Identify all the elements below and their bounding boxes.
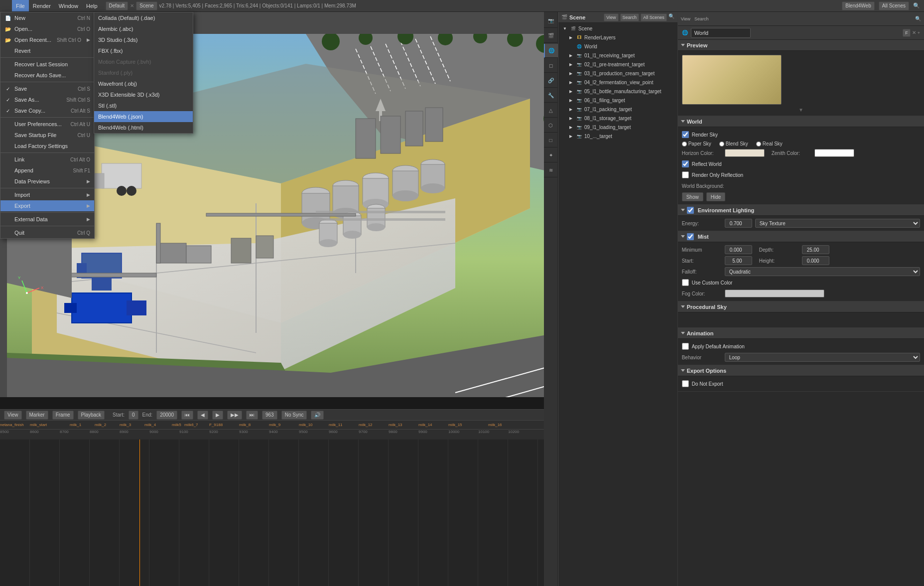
world-x-btn[interactable]: ✕	[912, 30, 916, 35]
tab-scene[interactable]: 🎬	[544, 29, 558, 43]
tab-object[interactable]: ◻	[544, 59, 558, 73]
tab-world[interactable]: 🌐	[544, 44, 558, 58]
tree-obj-2[interactable]: ▶ 📷 02_l1_pre-treatment_target	[559, 60, 676, 69]
menu-item-help[interactable]: Help	[82, 0, 102, 11]
render-sky-checkbox[interactable]	[682, 131, 689, 138]
file-menu-user-prefs[interactable]: User Preferences... Ctrl Alt U	[0, 119, 94, 130]
world-f-btn[interactable]: F	[903, 29, 911, 37]
prev-frame-btn[interactable]: ◀	[197, 411, 208, 420]
sync-selector[interactable]: No Sync	[281, 411, 307, 420]
export-alembic[interactable]: Alembic (.abc)	[94, 23, 193, 34]
tab-material[interactable]: ⬡	[544, 119, 558, 133]
go-end-btn[interactable]: ⏭	[246, 411, 258, 420]
scene-search-btn[interactable]: Search	[620, 13, 640, 21]
tab-constraints[interactable]: 🔗	[544, 74, 558, 88]
file-menu-save[interactable]: ✓ Save Ctrl S	[0, 83, 94, 94]
timeline-marker-btn[interactable]: Marker	[26, 411, 48, 420]
export-3ds[interactable]: 3D Studio (.3ds)	[94, 34, 193, 45]
timeline-tracks[interactable]	[0, 440, 558, 586]
file-menu-recover-auto[interactable]: Recover Auto Save...	[0, 70, 94, 81]
do-not-export-checkbox[interactable]	[682, 380, 689, 387]
apply-default-anim-checkbox[interactable]	[682, 343, 689, 350]
use-custom-color-checkbox[interactable]	[682, 279, 689, 286]
mist-height-input[interactable]	[802, 256, 829, 265]
go-start-btn[interactable]: ⏮	[181, 411, 193, 420]
world-name-input[interactable]	[691, 28, 751, 38]
file-menu-import[interactable]: Import ▶	[0, 189, 94, 200]
file-menu-open[interactable]: 📂 Open... Ctrl O	[0, 23, 94, 34]
world-add-btn[interactable]: +	[918, 30, 920, 35]
animation-header[interactable]: Animation	[678, 328, 924, 339]
env-lighting-header[interactable]: Environment Lighting	[678, 205, 924, 216]
tree-obj-5[interactable]: ▶ 📷 05_l1_bottle_manufacturing_target	[559, 87, 676, 96]
file-menu-new[interactable]: 📄 New Ctrl N	[0, 12, 94, 23]
export-obj[interactable]: Wavefront (.obj)	[94, 78, 193, 89]
mist-header[interactable]: Mist	[678, 231, 924, 242]
env-lighting-checkbox[interactable]	[687, 207, 694, 214]
world-show-btn[interactable]: Show	[682, 192, 703, 201]
scene-view-btn[interactable]: View	[604, 13, 618, 21]
world-hide-btn[interactable]: Hide	[706, 192, 726, 201]
timeline-playback-btn[interactable]: Playback	[78, 411, 105, 420]
behavior-dropdown[interactable]: Loop	[725, 353, 920, 362]
mist-depth-input[interactable]	[802, 245, 829, 254]
zenith-color-swatch[interactable]	[814, 149, 854, 157]
search-icon-scene[interactable]: 🔍	[668, 13, 674, 21]
tree-obj-8[interactable]: ▶ 📷 08_l1_storage_target	[559, 114, 676, 123]
tree-renderlayers[interactable]: ▶ 🎞 RenderLayers	[559, 33, 676, 42]
export-collada[interactable]: Collada (Default) (.dae)	[94, 12, 193, 23]
file-menu-data-previews[interactable]: Data Previews ▶	[0, 176, 94, 187]
timeline-view-btn[interactable]: View	[4, 411, 22, 420]
real-sky-radio[interactable]: Real Sky	[756, 141, 783, 146]
file-menu-append[interactable]: Append Shift F1	[0, 165, 94, 176]
scenes-selector[interactable]: All Scenes	[879, 1, 909, 10]
tree-obj-3[interactable]: ▶ 📷 03_l1_production_cream_target	[559, 69, 676, 78]
tree-obj-6[interactable]: ▶ 📷 06_l1_filing_target	[559, 96, 676, 105]
search-icon-props[interactable]: 🔍	[915, 16, 921, 21]
world-section-header[interactable]: World	[678, 116, 924, 127]
file-menu-save-startup[interactable]: Save Startup File Ctrl U	[0, 130, 94, 141]
export-x3d[interactable]: X3D Extensible 3D (.x3d)	[94, 89, 193, 100]
export-b4w-json[interactable]: Blend4Web (.json)	[94, 111, 193, 122]
mist-checkbox[interactable]	[687, 233, 694, 240]
mist-falloff-dropdown[interactable]: Quadratic	[725, 267, 920, 276]
start-frame-input[interactable]: 0	[129, 411, 138, 420]
export-fbx[interactable]: FBX (.fbx)	[94, 45, 193, 56]
export-stl[interactable]: Stl (.stl)	[94, 100, 193, 111]
tab-physics[interactable]: ≋	[544, 163, 558, 177]
menu-item-file[interactable]: File	[12, 0, 29, 11]
play-btn[interactable]: ▶	[212, 411, 223, 420]
file-menu-open-recent[interactable]: 📂 Open Recent... Shift Ctrl O ▶	[0, 34, 94, 45]
tree-world[interactable]: 🌐 World	[559, 42, 676, 51]
energy-input[interactable]	[725, 219, 752, 228]
tab-modifier[interactable]: 🔧	[544, 89, 558, 103]
next-frame-btn[interactable]: ▶▶	[227, 411, 242, 420]
horizon-color-swatch[interactable]	[725, 149, 765, 157]
reflect-world-checkbox[interactable]	[682, 160, 689, 167]
tree-obj-1[interactable]: ▶ 📷 01_l1_receiving_target	[559, 51, 676, 60]
file-menu-load-factory[interactable]: Load Factory Settings	[0, 141, 94, 151]
export-b4w-html[interactable]: Blend4Web (.html)	[94, 122, 193, 133]
tab-data[interactable]: △	[544, 104, 558, 118]
menu-item-render[interactable]: Render	[29, 0, 55, 11]
tab-render[interactable]: 📷	[544, 14, 558, 28]
tab-texture[interactable]: □	[544, 134, 558, 147]
preview-collapse[interactable]: ▼	[679, 107, 923, 113]
tree-obj-10[interactable]: ▶ 📷 10_..._target	[559, 132, 676, 141]
tree-scene-root[interactable]: ▼ 🎬 Scene	[559, 24, 676, 33]
current-frame-input[interactable]: 963	[262, 411, 277, 420]
timeline-frame-btn[interactable]: Frame	[52, 411, 74, 420]
editor-type-selector[interactable]: Default	[106, 1, 129, 10]
audio-btn[interactable]: 🔊	[311, 411, 324, 420]
file-menu-save-copy[interactable]: ✓ Save Copy... Ctrl Alt S	[0, 105, 94, 116]
engine-selector[interactable]: Blend4Web	[842, 1, 875, 10]
procedural-sky-header[interactable]: Procedural Sky	[678, 301, 924, 312]
scene-name[interactable]: Scene	[136, 1, 157, 10]
search-icon[interactable]: 🔍	[913, 2, 920, 9]
tab-particles[interactable]: ✦	[544, 148, 558, 162]
file-menu-export[interactable]: Export ▶	[0, 200, 94, 211]
preview-header[interactable]: Preview	[678, 40, 924, 51]
sky-texture-dropdown[interactable]: Sky Texture	[755, 219, 920, 228]
blend-sky-radio[interactable]: Blend Sky	[719, 141, 748, 146]
mist-min-input[interactable]	[725, 245, 752, 254]
